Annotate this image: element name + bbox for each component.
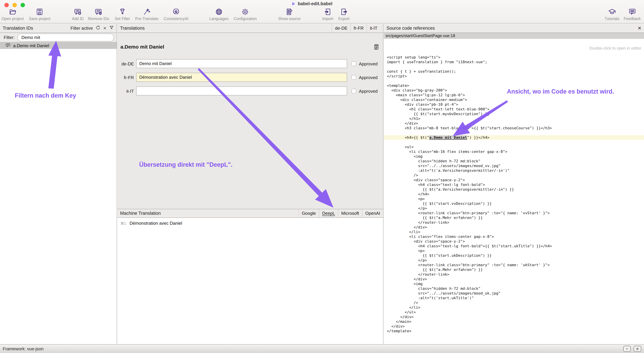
- window-title-text: babel-edit.babel: [298, 1, 332, 7]
- tutorials-button[interactable]: Tutorials: [604, 7, 619, 21]
- show-source-button[interactable]: Show source: [278, 7, 300, 21]
- filter-label: Filter:: [4, 35, 15, 40]
- remove-ids-button[interactable]: Remove IDs: [88, 7, 109, 21]
- filter-status-text: Filter active: [70, 26, 93, 31]
- tab-de-DE[interactable]: de-DE: [332, 24, 350, 33]
- shortcut-badge: ⌘1: [120, 221, 126, 226]
- close-panel-icon[interactable]: ×: [638, 25, 641, 31]
- panel-title: Translations: [120, 26, 332, 31]
- translation-input-de-DE[interactable]: [136, 59, 347, 68]
- configuration-button[interactable]: Configuration: [234, 7, 257, 21]
- translation-input-fr-FR[interactable]: [136, 73, 347, 82]
- feedback-button[interactable]: Feedback: [624, 7, 641, 21]
- export-button[interactable]: Export: [338, 7, 350, 21]
- translation-ids-panel: Translation IDs Filter active × Filter: …: [0, 24, 117, 344]
- entry-notes-icon[interactable]: [373, 44, 380, 51]
- approved-label: Approved: [359, 87, 378, 96]
- tab-google[interactable]: Google: [298, 209, 319, 217]
- panel-title: Translation IDs: [3, 26, 70, 31]
- tab-deepl[interactable]: DeepL: [319, 209, 338, 217]
- open-editor-hint: Double-click to open in editor: [589, 46, 641, 51]
- language-label: fr-FR: [118, 73, 134, 83]
- gear-icon: [241, 7, 249, 16]
- graduation-cap-icon: [608, 7, 616, 16]
- entry-title: a.Demo mit Daniel: [120, 44, 164, 50]
- tab-openai[interactable]: OpenAI: [362, 209, 383, 217]
- tab-it-IT[interactable]: it-IT: [367, 24, 380, 33]
- source-references-panel: Source code references × src/pages/start…: [384, 24, 644, 344]
- filter-input[interactable]: [17, 34, 114, 42]
- title-toolbar: b babel-edit.babel Open project Save pro…: [0, 0, 644, 24]
- approved-checkbox[interactable]: [352, 89, 356, 93]
- language-label: de-DE: [118, 59, 134, 69]
- languages-button[interactable]: Languages: [209, 7, 228, 21]
- translation-input-it-IT[interactable]: [136, 87, 347, 95]
- filter-row: Filter:: [0, 33, 117, 43]
- app-window: b babel-edit.babel Open project Save pro…: [0, 0, 644, 353]
- export-icon: [340, 7, 348, 16]
- add-id-icon: [74, 7, 82, 16]
- pre-translate-button[interactable]: Pre-Translate: [135, 7, 158, 21]
- source-eye-icon: [285, 7, 293, 16]
- translations-content: a.Demo mit Daniel de-DE Approved fr-FR A…: [118, 33, 383, 209]
- approved-checkbox[interactable]: [352, 75, 356, 80]
- translation-row: de-DE Approved: [118, 59, 383, 69]
- toolbar-label: Set Filter: [115, 17, 130, 21]
- add-id-button[interactable]: Add ID: [72, 7, 84, 21]
- translation-id-item[interactable]: a.Demo mit Daniel: [0, 43, 117, 49]
- close-window-button[interactable]: [4, 3, 9, 7]
- globe-icon: [215, 7, 223, 16]
- open-folder-icon: [8, 7, 17, 16]
- source-reference-item[interactable]: src/pages/start/GuestStartPage.vue:18: [384, 33, 644, 39]
- import-icon: [324, 7, 332, 16]
- magic-wand-icon: [143, 7, 151, 16]
- minimize-window-button[interactable]: [12, 3, 17, 7]
- toolbar-label: Configuration: [234, 17, 257, 21]
- zoom-window-button[interactable]: [20, 3, 25, 7]
- language-label: it-IT: [118, 87, 134, 96]
- filter-status-cluster: Filter active ×: [70, 25, 114, 31]
- brain-check-icon: [172, 7, 180, 16]
- open-project-button[interactable]: Open project: [2, 7, 24, 21]
- toolbar-label: Remove IDs: [88, 17, 109, 21]
- source-references-header: Source code references ×: [384, 24, 644, 33]
- approved-label: Approved: [359, 59, 378, 69]
- favorites-badge-icon[interactable]: ★: [634, 346, 641, 352]
- status-badges: ≈ ★: [623, 346, 641, 352]
- tab-fr-FR[interactable]: fr-FR: [350, 24, 367, 33]
- document-proxy-icon: b: [291, 1, 296, 7]
- toolbar-label: Save project: [29, 17, 50, 21]
- status-bar: Framework: vue-json ≈ ★: [0, 344, 644, 353]
- refresh-icon[interactable]: [96, 25, 100, 31]
- save-project-button[interactable]: Save project: [29, 7, 50, 21]
- translation-row: it-IT Approved: [118, 87, 383, 96]
- save-floppy-icon: [36, 7, 44, 16]
- toolbar-label: Feedback: [624, 17, 641, 21]
- clear-filter-icon[interactable]: ×: [103, 26, 106, 31]
- translations-header: Translations de-DE fr-FR it-IT: [118, 24, 383, 33]
- approved-label: Approved: [359, 73, 378, 83]
- traffic-lights: [4, 3, 25, 7]
- translation-row: fr-FR Approved: [118, 73, 383, 83]
- provider-tabs: Google DeepL Microsoft OpenAI: [298, 209, 383, 217]
- import-button[interactable]: Import: [322, 7, 333, 21]
- approved-checkbox[interactable]: [352, 61, 356, 66]
- window-title: b babel-edit.babel: [291, 1, 332, 7]
- consistency-ai-button[interactable]: ConsistencyAI: [164, 7, 188, 21]
- framework-status-text: Framework: vue-json: [3, 346, 44, 351]
- annotation-code-note: Ansicht, wo im Code es benutzt wird.: [507, 88, 614, 95]
- tab-microsoft[interactable]: Microsoft: [338, 209, 362, 217]
- translations-panel: Translations de-DE fr-FR it-IT a.Demo mi…: [118, 24, 384, 344]
- machine-translation-header: Machine Translation Google DeepL Microso…: [118, 209, 383, 218]
- translation-id-label: a.Demo mit Daniel: [13, 43, 49, 48]
- language-tabs: de-DE fr-FR it-IT: [332, 24, 380, 33]
- panel-title: Machine Translation: [120, 211, 298, 216]
- languages-badge-icon[interactable]: ≈: [623, 346, 631, 352]
- feedback-bubble-icon: [628, 7, 636, 16]
- toolbar-label: Add ID: [72, 17, 84, 21]
- machine-translation-result[interactable]: ⌘1 Démonstration avec Daniel: [120, 221, 182, 226]
- code-block: <script setup lang="ts">import { useTran…: [384, 55, 644, 344]
- machine-translation-text: Démonstration avec Daniel: [130, 221, 182, 226]
- set-filter-button[interactable]: Set Filter: [115, 7, 130, 21]
- filter-options-icon[interactable]: [109, 25, 114, 31]
